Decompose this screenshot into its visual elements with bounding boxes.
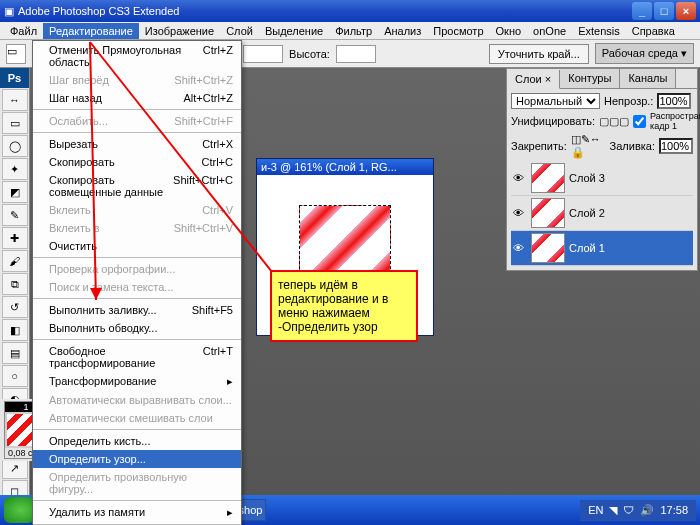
menu-item[interactable]: СкопироватьCtrl+C	[33, 153, 241, 171]
height-label: Высота:	[289, 48, 330, 60]
menu-item[interactable]: Скопировать совмещенные данныеShift+Ctrl…	[33, 171, 241, 201]
tray-icon[interactable]: 🛡	[623, 504, 634, 516]
unify-icon[interactable]: ▢▢▢	[599, 115, 629, 128]
crop-tool[interactable]: ◩	[2, 181, 28, 203]
menu-item[interactable]: Определить кисть...	[33, 432, 241, 450]
menu-item: Автоматически выравнивать слои...	[33, 391, 241, 409]
layer-thumbnail[interactable]	[531, 163, 565, 193]
marquee-tool-icon[interactable]: ▭	[6, 44, 26, 64]
menu-item: Ослабить...Shift+Ctrl+F	[33, 112, 241, 130]
tray-icon[interactable]: ◥	[609, 504, 617, 517]
layer-name: Слой 2	[569, 207, 605, 219]
visibility-icon[interactable]: 👁	[513, 207, 527, 219]
wand-tool[interactable]: ✦	[2, 158, 28, 180]
menu-слой[interactable]: Слой	[220, 23, 259, 39]
visibility-icon[interactable]: 👁	[513, 242, 527, 254]
menu-анализ[interactable]: Анализ	[378, 23, 427, 39]
lasso-tool[interactable]: ◯	[2, 135, 28, 157]
panel-tabs: Слои ×КонтурыКаналы	[507, 69, 697, 89]
menu-item[interactable]: Отменить Прямоугольная областьCtrl+Z	[33, 41, 241, 71]
visibility-icon[interactable]: 👁	[513, 172, 527, 184]
propagate-label: Распространить кадр 1	[650, 111, 700, 131]
menu-редактирование[interactable]: Редактирование	[43, 23, 139, 39]
close-button[interactable]: ×	[676, 2, 696, 20]
menu-фильтр[interactable]: Фильтр	[329, 23, 378, 39]
menu-выделение[interactable]: Выделение	[259, 23, 329, 39]
blend-mode-select[interactable]: Нормальный	[511, 93, 600, 109]
gradient-tool[interactable]: ▤	[2, 342, 28, 364]
layer-name: Слой 1	[569, 242, 605, 254]
opacity-label: Непрозр.:	[604, 95, 653, 107]
opacity-input[interactable]	[657, 93, 691, 109]
menu-просмотр[interactable]: Просмотр	[427, 23, 489, 39]
brush-tool[interactable]: 🖌	[2, 250, 28, 272]
window-controls: _ □ ×	[632, 2, 696, 20]
menu-окно[interactable]: Окно	[490, 23, 528, 39]
layer-list: 👁Слой 3👁Слой 2👁Слой 1	[511, 161, 693, 266]
lock-icons[interactable]: ◫✎↔🔒	[571, 133, 602, 159]
layer-row[interactable]: 👁Слой 3	[511, 161, 693, 196]
menu-item: Поиск и замена текста...	[33, 278, 241, 296]
panel-tab[interactable]: Контуры	[560, 69, 620, 88]
annotation-box: теперь идём в редактирование и в меню на…	[270, 270, 418, 342]
history-brush-tool[interactable]: ↺	[2, 296, 28, 318]
tray-icon[interactable]: 🔊	[640, 504, 654, 517]
eraser-tool[interactable]: ◧	[2, 319, 28, 341]
menu-item[interactable]: Выполнить обводку...	[33, 319, 241, 337]
height-input[interactable]	[336, 45, 376, 63]
menu-item[interactable]: ВырезатьCtrl+X	[33, 135, 241, 153]
propagate-checkbox[interactable]	[633, 115, 646, 128]
menu-справка[interactable]: Справка	[626, 23, 681, 39]
menu-item[interactable]: Трансформирование▸	[33, 372, 241, 391]
menu-item[interactable]: Свободное трансформированиеCtrl+T	[33, 342, 241, 372]
menu-onone[interactable]: onOne	[527, 23, 572, 39]
refine-edge-button[interactable]: Уточнить край...	[489, 44, 589, 64]
layer-thumbnail[interactable]	[531, 233, 565, 263]
blur-tool[interactable]: ○	[2, 365, 28, 387]
lock-label: Закрепить:	[511, 140, 567, 152]
app-icon: ▣	[4, 5, 14, 18]
layer-name: Слой 3	[569, 172, 605, 184]
menu-item: Определить произвольную фигуру...	[33, 468, 241, 498]
app-title: Adobe Photoshop CS3 Extended	[18, 5, 179, 17]
menu-item: Автоматически смешивать слои	[33, 409, 241, 427]
clock[interactable]: 17:58	[660, 504, 688, 516]
heal-tool[interactable]: ✚	[2, 227, 28, 249]
layers-panel: Слои ×КонтурыКаналы Нормальный Непрозр.:…	[506, 68, 698, 271]
layer-row[interactable]: 👁Слой 2	[511, 196, 693, 231]
menu-item: ВклеитьCtrl+V	[33, 201, 241, 219]
app-logo-icon[interactable]: Ps	[0, 68, 29, 88]
menubar: ФайлРедактированиеИзображениеСлойВыделен…	[0, 22, 700, 40]
titlebar: ▣ Adobe Photoshop CS3 Extended _ □ ×	[0, 0, 700, 22]
stamp-tool[interactable]: ⧉	[2, 273, 28, 295]
move-tool[interactable]: ↔	[2, 89, 28, 111]
document-title: и-3 @ 161% (Слой 1, RG...	[257, 159, 433, 175]
lang-indicator[interactable]: EN	[588, 504, 603, 516]
minimize-button[interactable]: _	[632, 2, 652, 20]
menu-item[interactable]: Удалить из памяти▸	[33, 503, 241, 522]
menu-item: Шаг вперёдShift+Ctrl+Z	[33, 71, 241, 89]
menu-extensis[interactable]: Extensis	[572, 23, 626, 39]
marquee-tool[interactable]: ▭	[2, 112, 28, 134]
menu-item[interactable]: Шаг назадAlt+Ctrl+Z	[33, 89, 241, 107]
layer-thumbnail[interactable]	[531, 198, 565, 228]
panel-tab[interactable]: Каналы	[620, 69, 676, 88]
width-input[interactable]	[243, 45, 283, 63]
menu-файл[interactable]: Файл	[4, 23, 43, 39]
system-tray: EN ◥ 🛡 🔊 17:58	[580, 500, 696, 521]
layer-row[interactable]: 👁Слой 1	[511, 231, 693, 266]
fill-label: Заливка:	[610, 140, 655, 152]
menu-item: Вклеить вShift+Ctrl+V	[33, 219, 241, 237]
eyedropper-tool[interactable]: ✎	[2, 204, 28, 226]
menu-item[interactable]: Выполнить заливку...Shift+F5	[33, 301, 241, 319]
menu-item: Проверка орфографии...	[33, 260, 241, 278]
menu-item[interactable]: Очистить	[33, 237, 241, 255]
panel-tab[interactable]: Слои ×	[507, 70, 560, 89]
unify-label: Унифицировать:	[511, 115, 595, 127]
menu-item[interactable]: Определить узор...	[33, 450, 241, 468]
edit-menu-dropdown: Отменить Прямоугольная областьCtrl+ZШаг …	[32, 40, 242, 525]
menu-изображение[interactable]: Изображение	[139, 23, 220, 39]
fill-input[interactable]	[659, 138, 693, 154]
maximize-button[interactable]: □	[654, 2, 674, 20]
workspace-switcher[interactable]: Рабочая среда ▾	[595, 43, 694, 64]
